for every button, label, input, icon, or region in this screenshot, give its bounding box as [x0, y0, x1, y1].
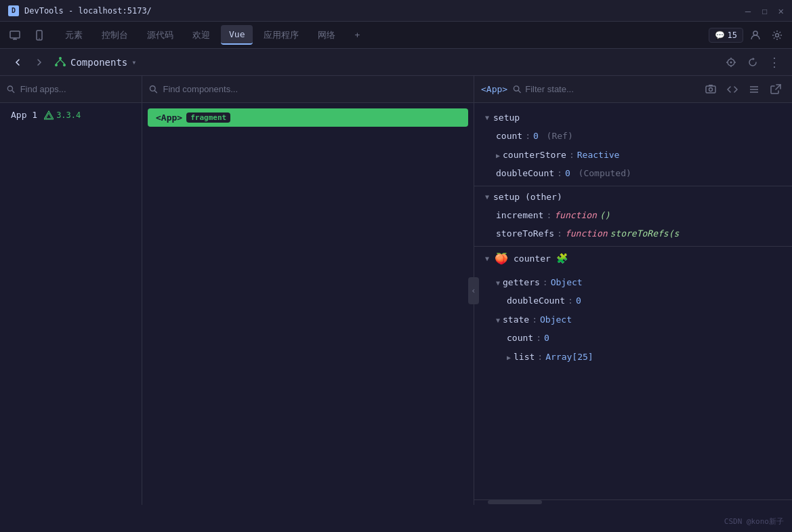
app-item[interactable]: App 1 3.3.4 [0, 103, 142, 127]
setup-other-section: ▼ setup (other) increment : function () … [474, 188, 792, 243]
list-triangle-icon[interactable]: ▶ [507, 352, 511, 363]
state-panel: <App> [474, 76, 792, 505]
svg-line-10 [56, 60, 60, 64]
messages-badge[interactable]: 💬 15 [709, 28, 743, 43]
app-component-tag: <App> [156, 112, 182, 123]
settings-icon[interactable] [768, 26, 787, 45]
tab-console[interactable]: 控制台 [93, 25, 136, 45]
counter-section-triangle-icon: ▼ [485, 255, 489, 262]
devtools-icon: D [8, 5, 19, 16]
svg-point-6 [776, 33, 779, 37]
count-value: 0 [533, 129, 539, 143]
selected-component-tag: <App> [481, 84, 507, 94]
svg-line-23 [155, 91, 157, 93]
comp-search-input[interactable] [163, 84, 467, 94]
counter-store-content: ▼ getters : Object doubleCount : 0 ▼ sta… [474, 270, 792, 369]
getters-double-count-row: doubleCount : 0 [474, 291, 792, 310]
components-panel: <App> fragment ‹ [142, 76, 474, 505]
more-button[interactable]: ⋮ [765, 53, 784, 72]
store-to-refs-func-keyword: function [565, 227, 608, 241]
setup-section-header[interactable]: ▼ setup [474, 108, 792, 127]
screenshot-button[interactable] [701, 80, 720, 99]
getters-value: Object [551, 276, 583, 289]
double-count-value: 0 [565, 167, 570, 180]
comp-search-bar [142, 76, 474, 103]
state-list-key: list [514, 350, 535, 364]
vue-logo-icon [44, 110, 54, 120]
increment-func-value: () [600, 209, 610, 222]
double-count-type: (Computed) [573, 167, 631, 180]
state-list-row[interactable]: ▶ list : Array[25] [474, 348, 792, 367]
setup-other-title: setup (other) [493, 192, 562, 202]
apps-panel: App 1 3.3.4 [0, 76, 142, 505]
state-count-key: count [507, 331, 533, 345]
app-name: App 1 [11, 110, 37, 120]
tab-network[interactable]: 网络 [310, 25, 343, 45]
back-button[interactable] [8, 53, 27, 72]
store-to-refs-func-name: storeToRefs(s [610, 227, 680, 241]
apps-search-input[interactable] [20, 84, 135, 94]
state-triangle-icon[interactable]: ▼ [496, 315, 500, 325]
scrollbar-thumb[interactable] [488, 500, 542, 504]
svg-rect-28 [709, 85, 713, 86]
svg-marker-20 [44, 111, 54, 119]
tab-sources[interactable]: 源代码 [139, 25, 182, 45]
tab-welcome[interactable]: 欢迎 [184, 25, 218, 45]
title-bar: D DevTools - localhost:5173/ — ☐ ✕ [0, 0, 792, 22]
count-row: count : 0 (Ref) [474, 127, 792, 146]
svg-point-5 [753, 31, 757, 35]
forward-button[interactable] [30, 53, 49, 72]
window-controls: — ☐ ✕ [745, 5, 784, 16]
minimize-button[interactable]: — [745, 5, 751, 16]
open-external-button[interactable] [766, 80, 785, 99]
setup-triangle-icon: ▼ [485, 114, 489, 121]
setup-section: ▼ setup count : 0 (Ref) ▶ counterStore :… [474, 108, 792, 183]
horizontal-scrollbar[interactable] [474, 499, 792, 505]
maximize-button[interactable]: ☐ [762, 5, 767, 16]
count-type: (Ref) [541, 129, 573, 143]
setup-other-header[interactable]: ▼ setup (other) [474, 188, 792, 206]
components-dropdown-icon[interactable]: ▾ [131, 58, 136, 67]
refresh-button[interactable] [743, 53, 762, 72]
state-search-icon [513, 85, 521, 94]
setup-other-triangle-icon: ▼ [485, 193, 489, 201]
user-icon[interactable] [746, 26, 765, 45]
counter-plugin-icon: 🧩 [556, 253, 568, 264]
state-object-value: Object [540, 313, 572, 327]
counter-store-value: Reactive [577, 148, 620, 162]
collapse-all-button[interactable] [745, 80, 764, 99]
devtools-screen-icon[interactable] [5, 26, 24, 45]
component-tree: <App> fragment [142, 103, 474, 505]
tab-application[interactable]: 应用程序 [255, 25, 307, 45]
tab-elements[interactable]: 元素 [57, 25, 91, 45]
tab-add[interactable]: + [346, 26, 368, 44]
close-button[interactable]: ✕ [778, 5, 784, 16]
tab-vue[interactable]: Vue [221, 25, 253, 45]
counter-store-emoji: 🍑 [495, 252, 508, 265]
increment-key: increment [496, 209, 543, 222]
mobile-icon[interactable] [30, 26, 49, 45]
state-row-item[interactable]: ▼ state : Object [474, 310, 792, 329]
svg-line-19 [12, 91, 14, 93]
svg-marker-21 [46, 113, 52, 119]
getters-double-count-key: doubleCount [507, 294, 565, 308]
getters-row[interactable]: ▼ getters : Object [474, 273, 792, 292]
vue-toolbar: Components ▾ ⋮ [0, 49, 792, 76]
svg-point-9 [63, 64, 66, 66]
main-content: App 1 3.3.4 <App> fragment ‹ [0, 76, 792, 505]
code-view-button[interactable] [723, 80, 742, 99]
vue-version-badge: 3.3.4 [44, 110, 81, 120]
app-component-item[interactable]: <App> fragment [148, 108, 468, 127]
increment-row: increment : function () [474, 206, 792, 225]
svg-point-27 [709, 87, 713, 91]
counter-store-section-header[interactable]: ▼ 🍑 counter 🧩 [474, 246, 792, 270]
counter-store-row[interactable]: ▶ counterStore : Reactive [474, 146, 792, 165]
comp-search-icon [149, 85, 157, 94]
counter-store-triangle-icon[interactable]: ▶ [496, 150, 500, 161]
panel-collapse-handle[interactable]: ‹ [468, 277, 479, 304]
vue-version: 3.3.4 [56, 110, 81, 120]
vue-tree-icon [54, 56, 66, 68]
target-button[interactable] [722, 53, 741, 72]
getters-triangle-icon[interactable]: ▼ [496, 278, 500, 288]
state-filter-input[interactable] [525, 84, 696, 94]
